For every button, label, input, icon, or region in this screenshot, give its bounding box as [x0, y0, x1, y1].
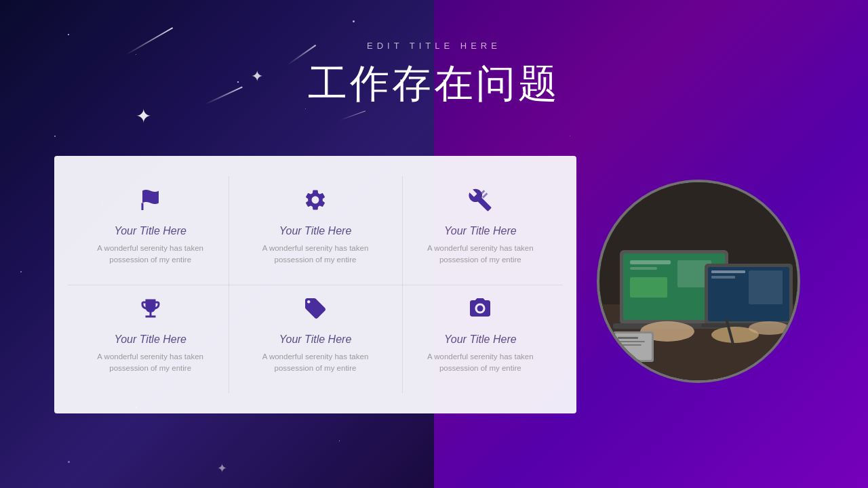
- tools-icon: [463, 183, 497, 217]
- card-desc-1: A wonderful serenity has taken possessio…: [81, 243, 219, 266]
- row-divider: [68, 285, 563, 285]
- svg-rect-23: [618, 341, 645, 342]
- card-title-2: Your Title Here: [279, 225, 352, 237]
- card-item-3: Your Title Here A wonderful serenity has…: [398, 176, 563, 285]
- svg-rect-13: [711, 270, 745, 273]
- photo-content: [599, 182, 797, 380]
- card-title-4: Your Title Here: [114, 333, 186, 346]
- trophy-icon: [134, 291, 167, 325]
- svg-rect-15: [749, 270, 783, 304]
- card-item-6: Your Title Here A wonderful serenity has…: [398, 285, 563, 393]
- svg-rect-24: [618, 344, 642, 346]
- main-title: 工作存在问题: [0, 58, 868, 110]
- card-desc-4: A wonderful serenity has taken possessio…: [81, 351, 219, 375]
- svg-rect-6: [630, 260, 671, 264]
- card-title-6: Your Title Here: [444, 333, 517, 346]
- card-item-1: Your Title Here A wonderful serenity has…: [68, 176, 233, 285]
- edit-title-label: EDIT TITLE HERE: [0, 41, 868, 51]
- col-divider-2: [402, 176, 403, 393]
- svg-point-1: [477, 306, 484, 312]
- gear-icon: [298, 183, 332, 217]
- header-area: EDIT TITLE HERE 工作存在问题: [0, 41, 868, 110]
- svg-rect-9: [630, 277, 667, 298]
- svg-rect-22: [618, 337, 638, 339]
- card-title-5: Your Title Here: [279, 333, 352, 346]
- tag-icon: [298, 291, 332, 325]
- card-item-5: Your Title Here A wonderful serenity has…: [233, 285, 397, 393]
- col-divider-1: [229, 176, 229, 393]
- card-title-1: Your Title Here: [114, 225, 186, 237]
- card-title-3: Your Title Here: [444, 225, 517, 237]
- svg-point-19: [749, 321, 789, 335]
- svg-rect-7: [630, 267, 657, 270]
- card-item-4: Your Title Here A wonderful serenity has…: [68, 285, 233, 393]
- card-item-2: Your Title Here A wonderful serenity has…: [233, 176, 397, 285]
- card-desc-3: A wonderful serenity has taken possessio…: [412, 243, 549, 266]
- camera-icon: [463, 291, 497, 325]
- svg-rect-14: [711, 276, 735, 279]
- card-desc-5: A wonderful serenity has taken possessio…: [246, 351, 384, 375]
- content-card: Your Title Here A wonderful serenity has…: [54, 156, 576, 413]
- card-desc-2: A wonderful serenity has taken possessio…: [246, 243, 384, 266]
- circle-photo: [597, 180, 800, 383]
- card-desc-6: A wonderful serenity has taken possessio…: [412, 351, 549, 375]
- flag-icon: [134, 183, 167, 217]
